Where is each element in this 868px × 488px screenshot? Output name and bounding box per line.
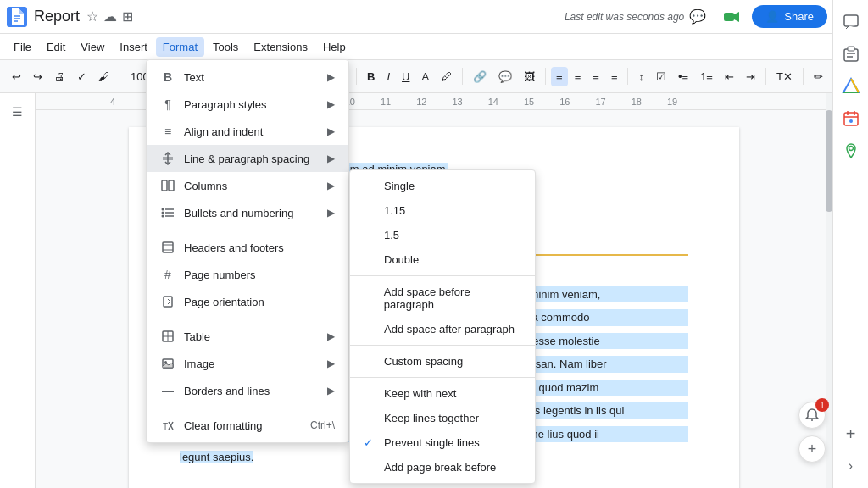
- spacing-page-break[interactable]: Add page break before: [350, 455, 535, 480]
- bullets-btn[interactable]: •≡: [673, 67, 693, 86]
- format-headers-item[interactable]: Headers and footers: [147, 234, 348, 261]
- table-icon: [160, 329, 175, 344]
- undo-btn[interactable]: ↩: [7, 67, 26, 86]
- spacing-custom[interactable]: Custom spacing: [350, 349, 535, 374]
- highlight-btn[interactable]: 🖊: [436, 67, 457, 86]
- svg-rect-36: [844, 113, 858, 125]
- expand-side-btn[interactable]: ›: [836, 451, 866, 481]
- arrow-icon-2: ▶: [327, 98, 335, 110]
- search-side-btn[interactable]: [836, 39, 866, 69]
- format-clearformat-item[interactable]: T Clear formatting Ctrl+\: [147, 412, 348, 439]
- comment-btn[interactable]: 💬: [493, 67, 517, 86]
- spacing-keep-next[interactable]: Keep with next: [350, 381, 535, 406]
- numbering-btn[interactable]: 1≡: [695, 67, 718, 86]
- selected-lorem-9: legunt saepius.: [180, 451, 253, 463]
- scrollbar[interactable]: [826, 93, 832, 488]
- title-icons: ☆ ☁ ⊞: [86, 8, 133, 25]
- format-borders-item[interactable]: — Borders and lines ▶: [147, 377, 348, 404]
- spacing-before[interactable]: Add space before paragraph: [350, 280, 535, 317]
- spacing-1-15[interactable]: 1.15: [350, 198, 535, 223]
- comments-side-btn[interactable]: [836, 7, 866, 37]
- menu-tools[interactable]: Tools: [206, 37, 245, 57]
- spacing-double[interactable]: Double: [350, 247, 535, 272]
- add-comment-btn[interactable]: +: [798, 435, 826, 463]
- underline-btn[interactable]: U: [397, 67, 415, 86]
- menu-extensions[interactable]: Extensions: [247, 37, 314, 57]
- link-btn[interactable]: 🔗: [468, 67, 492, 86]
- arrow-icon-8: ▶: [327, 358, 335, 369]
- last-edit-label: Last edit was seconds ago: [565, 11, 684, 23]
- menu-file[interactable]: File: [7, 37, 38, 57]
- text-format-icon: B: [160, 69, 175, 85]
- check-1-15: [364, 204, 377, 217]
- image-btn[interactable]: 🖼: [519, 67, 540, 86]
- doc-icon: [7, 7, 27, 27]
- svg-point-24: [164, 361, 167, 363]
- pen-btn[interactable]: ✏: [809, 67, 828, 86]
- arrow-icon-4: ▶: [327, 152, 335, 164]
- menu-edit[interactable]: Edit: [40, 37, 72, 57]
- maps-side-btn[interactable]: [836, 136, 866, 166]
- spacing-single[interactable]: Single: [350, 174, 535, 198]
- shortcut-label: Ctrl+\: [310, 419, 335, 431]
- title-bar: Report ☆ ☁ ⊞ Last edit was seconds ago 💬…: [0, 0, 868, 34]
- menu-insert[interactable]: Insert: [113, 37, 154, 57]
- paint-format-btn[interactable]: 🖌: [93, 67, 114, 86]
- align-right-btn[interactable]: ≡: [587, 67, 604, 86]
- star-icon[interactable]: ☆: [86, 8, 98, 25]
- folder-icon[interactable]: ⊞: [122, 8, 133, 25]
- align-center-btn[interactable]: ≡: [570, 67, 587, 86]
- spacing-submenu: Single 1.15 1.5 Double Add space before …: [349, 169, 536, 484]
- decrease-indent-btn[interactable]: ⇤: [720, 67, 739, 86]
- print-btn[interactable]: 🖨: [49, 67, 70, 86]
- format-paragraph-item[interactable]: ¶ Paragraph styles ▶: [147, 91, 348, 118]
- scrollbar-thumb[interactable]: [826, 110, 832, 212]
- spellcheck-btn[interactable]: ✓: [72, 67, 92, 86]
- svg-line-35: [851, 79, 859, 92]
- format-bullets-item[interactable]: Bullets and numbering ▶: [147, 199, 348, 226]
- spacing-prevent-single[interactable]: ✓ Prevent single lines: [350, 430, 535, 455]
- line-spacing-btn[interactable]: ↕: [633, 67, 649, 86]
- format-columns-item[interactable]: Columns ▶: [147, 172, 348, 199]
- format-image-item[interactable]: Image ▶: [147, 350, 348, 377]
- increase-indent-btn[interactable]: ⇥: [741, 67, 760, 86]
- redo-btn[interactable]: ↪: [28, 67, 47, 86]
- image-icon: [160, 356, 175, 371]
- spacing-1-5[interactable]: 1.5: [350, 223, 535, 247]
- svg-point-14: [162, 215, 164, 218]
- calendar-side-btn[interactable]: [836, 103, 866, 134]
- menu-view[interactable]: View: [74, 37, 111, 57]
- cloud-icon[interactable]: ☁: [103, 8, 117, 25]
- doc-title: Report: [34, 8, 80, 25]
- format-text-item[interactable]: B Text ▶: [147, 64, 348, 91]
- drive-side-btn[interactable]: [836, 71, 866, 102]
- outline-btn[interactable]: ☰: [6, 100, 30, 124]
- format-pagenumbers-item[interactable]: # Page numbers: [147, 261, 348, 288]
- spacing-after[interactable]: Add space after paragraph: [350, 317, 535, 341]
- bold-btn[interactable]: B: [362, 67, 380, 86]
- add-side-btn[interactable]: +: [836, 419, 866, 449]
- arrow-icon-9: ▶: [327, 385, 335, 396]
- spacing-keep-lines[interactable]: Keep lines together: [350, 406, 535, 430]
- right-icons-panel: + ›: [832, 0, 868, 488]
- checklist-btn[interactable]: ☑: [651, 67, 671, 86]
- format-table-item[interactable]: Table ▶: [147, 323, 348, 350]
- align-left-btn[interactable]: ≡: [551, 67, 568, 86]
- toolbar: ↩ ↪ 🖨 ✓ 🖌 100% ▾ Normal text ▾ Arial ▾ 1…: [0, 59, 868, 93]
- menu-format[interactable]: Format: [156, 37, 204, 57]
- clear-format-btn[interactable]: T✕: [771, 67, 798, 86]
- italic-btn[interactable]: I: [381, 67, 395, 86]
- format-spacing-item[interactable]: Line & paragraph spacing ▶: [147, 145, 348, 172]
- menu-help[interactable]: Help: [316, 37, 353, 57]
- comments-icon[interactable]: 💬: [684, 3, 711, 30]
- share-button[interactable]: 👤 Share: [752, 5, 827, 28]
- meet-icon[interactable]: [718, 3, 745, 30]
- format-align-item[interactable]: ≡ Align and indent ▶: [147, 118, 348, 145]
- check-double: [364, 253, 377, 266]
- arrow-icon-7: ▶: [327, 330, 335, 342]
- format-pageorientation-item[interactable]: Page orientation: [147, 288, 348, 315]
- align-justify-btn[interactable]: ≡: [606, 67, 623, 86]
- check-before: [364, 292, 377, 305]
- text-color-btn[interactable]: A: [416, 67, 434, 86]
- columns-icon: [160, 178, 175, 193]
